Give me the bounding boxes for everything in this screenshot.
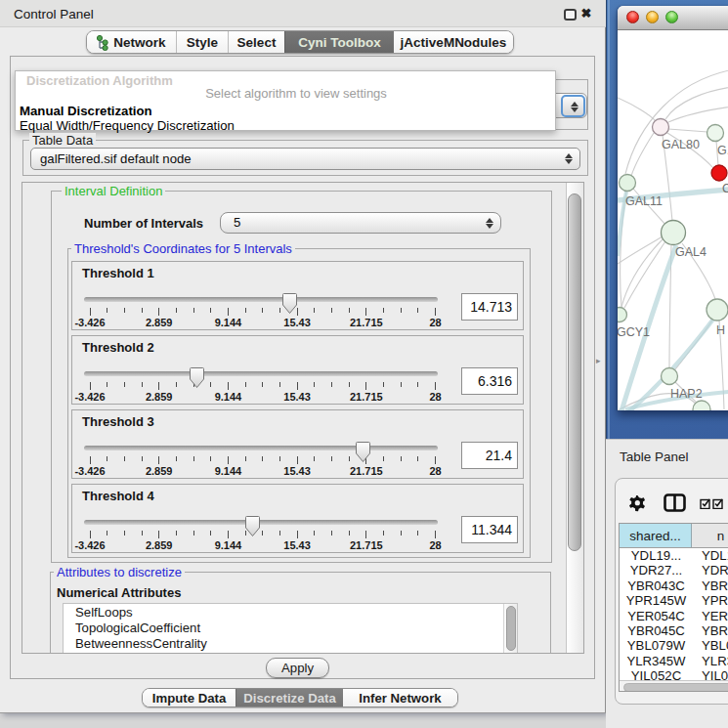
network-node-label: C.. xyxy=(722,182,728,195)
tab-label: Cyni Toolbox xyxy=(298,35,381,50)
checkbox-icon[interactable] xyxy=(700,498,711,509)
number-of-intervals-combobox[interactable]: 5 xyxy=(220,212,501,234)
slider-tick-label: 15.43 xyxy=(270,317,324,328)
slider-tick xyxy=(314,531,315,535)
network-node xyxy=(620,175,636,192)
checkbox-icon[interactable] xyxy=(712,498,724,509)
tab-jactivemnodules[interactable]: jActiveMNodules xyxy=(394,31,513,53)
numerical-attributes-list[interactable]: SelfLoopsTopologicalCoefficientBetweenne… xyxy=(63,603,518,654)
table-cell: YIL0 xyxy=(693,668,728,680)
network-canvas[interactable]: GAL80G..C..GAL11GAL4GCY1HHAP2 xyxy=(618,30,728,410)
attribute-list-item[interactable]: BetweennessCentrality xyxy=(75,636,207,652)
algorithm-combobox-button[interactable] xyxy=(561,95,585,117)
threshold-block: Threshold 3-3.4262.8599.14415.4321.71528… xyxy=(71,409,524,479)
slider-tick xyxy=(193,308,194,313)
attributes-list-scrollbar[interactable] xyxy=(503,604,517,654)
slider-tick xyxy=(349,382,350,387)
slider-tick xyxy=(90,382,91,390)
tab-style[interactable]: Style xyxy=(176,31,228,53)
slider-tick xyxy=(331,308,332,313)
column-header-shared-name[interactable]: shared... xyxy=(620,524,692,547)
table-row[interactable]: YBR045CYBR0 xyxy=(620,623,728,638)
table-row[interactable]: YPR145WYPR1 xyxy=(620,593,728,608)
table-row[interactable]: YDL19...YDL1 xyxy=(620,548,728,563)
bottom-tab-bar: Impute DataDiscretize DataInfer Network xyxy=(142,688,458,707)
table-row[interactable]: YDR27...YDR2 xyxy=(620,563,728,578)
slider-rail[interactable] xyxy=(84,446,438,450)
slider-tick-label: 9.144 xyxy=(200,317,255,328)
control-panel-titlebar: Control Panel ✖ xyxy=(0,0,606,27)
table-cell: YBR043C xyxy=(620,578,693,593)
slider-tick xyxy=(417,308,418,313)
tab-select[interactable]: Select xyxy=(228,31,284,53)
minimize-traffic-light[interactable] xyxy=(646,11,659,23)
tab-label: Select xyxy=(237,35,277,50)
threshold-value-field[interactable]: 11.344 xyxy=(461,516,518,543)
threshold-value-field[interactable]: 14.713 xyxy=(461,293,518,321)
attributes-list-scrollbar-thumb[interactable] xyxy=(506,606,516,651)
slider-tick xyxy=(435,456,436,464)
apply-button[interactable]: Apply xyxy=(266,658,329,678)
table-row[interactable]: YBL079WYBL0 xyxy=(620,638,728,653)
tab-network[interactable]: Network xyxy=(87,31,176,53)
table-row[interactable]: YER054CYER0 xyxy=(620,609,728,623)
table-row[interactable]: YIL052CYIL0 xyxy=(620,668,728,680)
dropdown-item[interactable]: Manual Discretization xyxy=(20,104,152,118)
network-node-label: H xyxy=(716,323,725,337)
gear-icon[interactable] xyxy=(629,495,646,512)
columns-icon[interactable] xyxy=(664,493,686,512)
numerical-attributes-label: Numerical Attributes xyxy=(57,585,181,600)
slider-rail[interactable] xyxy=(84,371,438,376)
network-icon xyxy=(97,34,108,51)
table-row[interactable]: YBR043CYBR0 xyxy=(620,578,728,593)
slider-tick-label: 2.859 xyxy=(132,465,187,477)
table-data-group-title: Table Data xyxy=(29,133,96,148)
tab-impute-data[interactable]: Impute Data xyxy=(143,689,236,707)
slider-tick xyxy=(90,308,91,316)
table-row[interactable]: YLR345WYLR3 xyxy=(620,654,728,668)
tab-infer-network[interactable]: Infer Network xyxy=(343,689,457,707)
zoom-traffic-light[interactable] xyxy=(665,11,678,23)
table-horizontal-scrollbar-thumb[interactable] xyxy=(623,683,728,692)
settings-vertical-scrollbar[interactable] xyxy=(566,183,583,653)
threshold-value-field[interactable]: 6.316 xyxy=(461,367,518,395)
slider-tick xyxy=(210,382,211,387)
slider-tick-label: 21.715 xyxy=(339,539,394,551)
attribute-list-item[interactable]: TopologicalCoefficient xyxy=(75,621,200,636)
panel-divider-arrow-icon[interactable]: ▸ xyxy=(596,356,601,365)
slider-tick xyxy=(349,456,350,461)
slider-thumb[interactable] xyxy=(244,515,261,537)
slider-tick-label: 15.43 xyxy=(270,465,324,477)
slider-rail[interactable] xyxy=(84,297,438,302)
attribute-list-item[interactable]: SelfLoops xyxy=(75,605,133,621)
slider-thumb[interactable] xyxy=(189,366,205,389)
network-node xyxy=(662,221,686,245)
slider-rail[interactable] xyxy=(84,520,438,525)
table-horizontal-scrollbar[interactable] xyxy=(620,680,728,692)
network-edge xyxy=(625,68,728,174)
slider-tick xyxy=(107,382,107,387)
settings-scrollbar-thumb[interactable] xyxy=(568,193,581,551)
table-data-combobox[interactable]: galFiltered.sif default node xyxy=(30,148,580,170)
dropdown-item[interactable]: Equal Width/Frequency Discretization xyxy=(20,118,235,133)
close-icon[interactable]: ✖ xyxy=(579,6,593,21)
slider-tick xyxy=(331,531,332,535)
tab-discretize-data[interactable]: Discretize Data xyxy=(236,689,343,707)
slider-tick-label: 9.144 xyxy=(200,539,255,551)
slider-tick xyxy=(417,382,418,387)
slider-tick xyxy=(107,308,107,313)
slider-tick xyxy=(158,531,159,538)
control-panel-title: Control Panel xyxy=(14,7,94,21)
tab-cyni-toolbox[interactable]: Cyni Toolbox xyxy=(284,31,394,53)
slider-tick xyxy=(297,531,298,538)
table-header-row: shared... n xyxy=(620,524,728,548)
slider-tick xyxy=(401,456,402,461)
thresholds-group-title: Threshold's Coordinates for 5 Intervals xyxy=(71,241,295,256)
slider-thumb[interactable] xyxy=(355,441,371,463)
slider-thumb[interactable] xyxy=(281,292,298,315)
threshold-value-field[interactable]: 21.4 xyxy=(461,442,518,469)
float-window-icon[interactable] xyxy=(564,9,577,21)
table-cell: YER0 xyxy=(693,609,728,623)
close-traffic-light[interactable] xyxy=(626,11,639,23)
column-header-name[interactable]: n xyxy=(692,524,728,547)
